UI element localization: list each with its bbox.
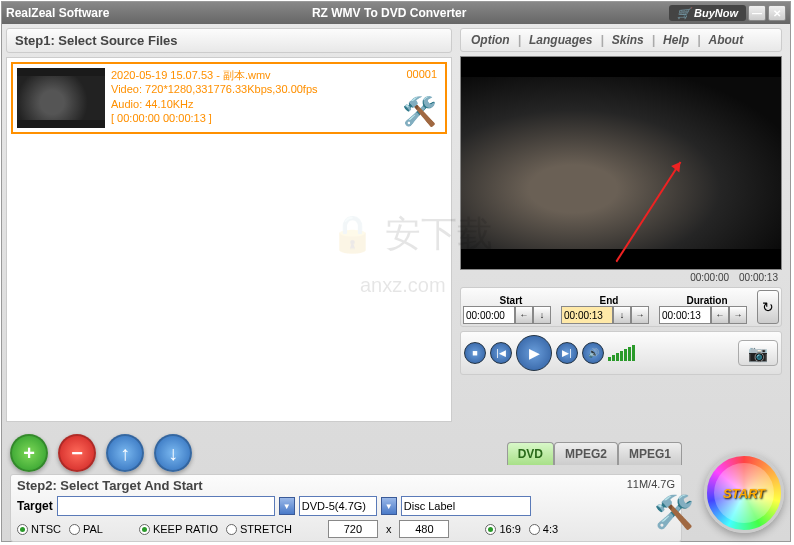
end-time-input[interactable] [561, 306, 613, 324]
minimize-button[interactable]: — [748, 5, 766, 21]
duration-input[interactable] [659, 306, 711, 324]
company-name: RealZeal Software [6, 6, 109, 20]
close-button[interactable]: ✕ [768, 5, 786, 21]
menu-option[interactable]: Option [465, 33, 516, 47]
dvd-size-combo[interactable] [299, 496, 377, 516]
preview-pane[interactable] [460, 56, 782, 270]
end-next-button[interactable]: → [631, 306, 649, 324]
start-label: Start [463, 295, 559, 306]
next-frame-button[interactable]: ▶| [556, 342, 578, 364]
move-up-button[interactable]: ↑ [106, 434, 144, 472]
step2-header: Step2: Select Target And Start [17, 478, 203, 493]
start-prev-button[interactable]: ← [515, 306, 533, 324]
menu-help[interactable]: Help [657, 33, 695, 47]
duration-next-button[interactable]: → [729, 306, 747, 324]
total-duration: 00:00:13 [739, 272, 778, 283]
app-title: RZ WMV To DVD Converter [109, 6, 669, 20]
volume-button[interactable]: 🔊 [582, 342, 604, 364]
width-input[interactable] [328, 520, 378, 538]
step1-header: Step1: Select Source Files [6, 28, 452, 53]
titlebar: RealZeal Software RZ WMV To DVD Converte… [2, 2, 790, 24]
playback-controls: ■ |◀ ▶ ▶| 🔊 📷 [460, 331, 782, 375]
pal-radio[interactable]: PAL [69, 523, 103, 535]
add-file-button[interactable]: + [10, 434, 48, 472]
menu-about[interactable]: About [702, 33, 749, 47]
tab-dvd[interactable]: DVD [507, 442, 554, 465]
target-label: Target [17, 499, 53, 513]
start-time-input[interactable] [463, 306, 515, 324]
x-label: x [386, 523, 392, 535]
tab-mpeg1[interactable]: MPEG1 [618, 442, 682, 465]
menu-bar: Option| Languages| Skins| Help| About [460, 28, 782, 52]
file-number: 00001 [406, 68, 437, 80]
dropdown-icon[interactable]: ▼ [279, 497, 295, 515]
stretch-radio[interactable]: STRETCH [226, 523, 292, 535]
tools-icon[interactable]: 🛠️ [402, 95, 437, 128]
height-input[interactable] [399, 520, 449, 538]
end-label: End [561, 295, 657, 306]
ratio-43-radio[interactable]: 4:3 [529, 523, 558, 535]
stop-button[interactable]: ■ [464, 342, 486, 364]
ratio-169-radio[interactable]: 16:9 [485, 523, 520, 535]
size-info: 11M/4.7G [627, 478, 675, 493]
dropdown-icon[interactable]: ▼ [381, 497, 397, 515]
disc-label-input[interactable] [401, 496, 531, 516]
file-name: 2020-05-19 15.07.53 - 副本.wmv [111, 68, 441, 82]
duration-label: Duration [659, 295, 755, 306]
snapshot-button[interactable]: 📷 [738, 340, 778, 366]
end-set-button[interactable]: ↓ [613, 306, 631, 324]
current-time: 00:00:00 [690, 272, 729, 283]
source-file-list[interactable]: 2020-05-19 15.07.53 - 副本.wmv Video: 720*… [6, 57, 452, 422]
menu-skins[interactable]: Skins [606, 33, 650, 47]
format-tabs: DVD MPEG2 MPEG1 [507, 442, 682, 465]
file-time-range: [ 00:00:00 00:00:13 ] [111, 111, 441, 125]
keep-ratio-radio[interactable]: KEEP RATIO [139, 523, 218, 535]
remove-file-button[interactable]: − [58, 434, 96, 472]
start-button[interactable]: START [704, 453, 784, 533]
cart-icon: 🛒 [677, 7, 691, 20]
play-button[interactable]: ▶ [516, 335, 552, 371]
move-down-button[interactable]: ↓ [154, 434, 192, 472]
settings-icon[interactable]: 🛠️ [654, 493, 694, 531]
volume-level[interactable] [608, 345, 635, 361]
target-path-combo[interactable] [57, 496, 275, 516]
duration-prev-button[interactable]: ← [711, 306, 729, 324]
file-video-info: Video: 720*1280,331776.33Kbps,30.00fps [111, 82, 441, 96]
ntsc-radio[interactable]: NTSC [17, 523, 61, 535]
menu-languages[interactable]: Languages [523, 33, 598, 47]
reset-trim-button[interactable]: ↻ [757, 290, 779, 324]
buynow-button[interactable]: 🛒 BuyNow [669, 5, 746, 21]
file-audio-info: Audio: 44.10KHz [111, 97, 441, 111]
file-thumbnail [17, 68, 105, 128]
start-set-button[interactable]: ↓ [533, 306, 551, 324]
file-item[interactable]: 2020-05-19 15.07.53 - 副本.wmv Video: 720*… [11, 62, 447, 134]
tab-mpeg2[interactable]: MPEG2 [554, 442, 618, 465]
prev-frame-button[interactable]: |◀ [490, 342, 512, 364]
trim-controls: Start ← ↓ End ↓ → Duration [460, 287, 782, 327]
camera-icon: 📷 [748, 344, 768, 363]
